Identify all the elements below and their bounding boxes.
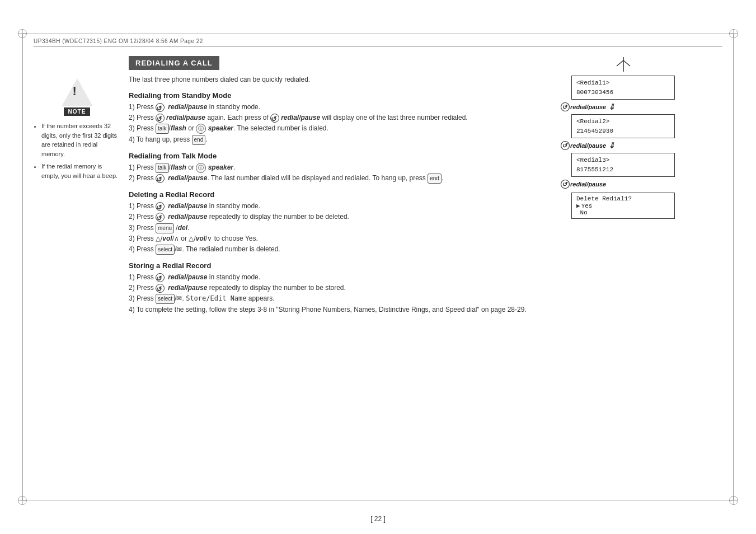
subsection-delete-title: Deleting a Redial Record	[129, 190, 538, 199]
redial-row-1: ↺ redial/pause ⇓	[560, 102, 722, 112]
step-delete-2: 2) Press ↺ redial/pause repeatedly to di…	[129, 212, 538, 222]
screen1-line1: <Redial1>	[576, 78, 670, 88]
step-store-1: 1) Press ↺ redial/pause in standby mode.	[129, 272, 538, 283]
subsection-talk-steps: 1) Press talk/flash or ⓘ speaker. 2) Pre…	[129, 162, 538, 184]
step-delete-3a: 3) Press menu /del.	[129, 223, 538, 233]
talk-button-inline: talk	[156, 124, 169, 134]
redial-pause-icon-2: ↺	[156, 114, 165, 123]
phone-screen-2: <Redial2> 2145452930	[571, 114, 675, 138]
note-label: NOTE	[64, 107, 91, 116]
note-text: If the number exceeds 32 digits, only th…	[34, 121, 120, 180]
redial-svg-1: ↺	[560, 102, 570, 112]
subsection-delete: Deleting a Redial Record 1) Press ↺ redi…	[129, 190, 538, 255]
crosshair-bottom-right	[729, 496, 738, 505]
phone-screen-1: <Redial1> 8007303456	[571, 76, 675, 100]
step-delete-1: 1) Press ↺ redial/pause in standby mode.	[129, 201, 538, 212]
page-number: [ 22 ]	[370, 515, 386, 523]
screen1-line2: 8007303456	[576, 88, 670, 97]
redial-row-2: ↺ redial/pause ⇓	[560, 140, 722, 151]
subsection-delete-steps: 1) Press ↺ redial/pause in standby mode.…	[129, 201, 538, 255]
arrow-down-1: ⇓	[608, 102, 615, 111]
subsection-standby-steps: 1) Press ↺ redial/pause in standby mode.…	[129, 102, 538, 145]
screen2-line1: <Redial2>	[576, 117, 670, 127]
section-title: REDIALING A CALL	[129, 56, 219, 70]
exclamation-icon: !	[73, 84, 77, 99]
redial-svg-3: ↺	[560, 179, 570, 189]
step-delete-3b: 3) Press △/vol/∧ or △/vol/∨ to choose Ye…	[129, 233, 538, 244]
step-delete-4: 4) Press select/✉. The redialed number i…	[129, 244, 538, 255]
border-left	[22, 34, 23, 500]
redial-label-1: redial/pause	[570, 104, 606, 110]
antenna-svg	[612, 56, 635, 73]
redial-pause-icon-4: ↺	[156, 174, 165, 183]
redial-svg-2: ↺	[560, 140, 570, 151]
crosshair-bottom-left	[18, 496, 27, 505]
step-store-3: 3) Press select/✉. Store/Edit Name appea…	[129, 293, 538, 304]
redial-pause-icon-5: ↺	[156, 202, 165, 211]
step-standby-2: 2) Press ↺redial/pause again. Each press…	[129, 113, 538, 123]
subsection-store-steps: 1) Press ↺ redial/pause in standby mode.…	[129, 272, 538, 315]
end-button-inline-2: end	[428, 174, 442, 184]
end-button-inline-1: end	[192, 135, 206, 145]
step-standby-3: 3) Press talk/flash or ⓘ speaker. The se…	[129, 123, 538, 134]
step-talk-2: 2) Press ↺ redial/pause. The last number…	[129, 173, 538, 184]
subsection-standby-title: Redialing from Standby Mode	[129, 91, 538, 100]
svg-text:↺: ↺	[562, 104, 568, 110]
delete-line2: ▶Yes	[576, 202, 670, 209]
arrow-down-2: ⇓	[608, 141, 615, 150]
svg-text:↺: ↺	[562, 181, 568, 188]
note-bullet-1: If the number exceeds 32 digits, only th…	[41, 121, 120, 158]
redial-label-2: redial/pause	[570, 142, 606, 149]
note-bullet-2: If the redial memory is empty, you will …	[41, 162, 120, 180]
step-store-4: 4) To complete the setting, follow the s…	[129, 305, 538, 315]
screen2-line2: 2145452930	[576, 127, 670, 136]
phone-screen-3: <Redial3> 8175551212	[571, 153, 675, 177]
note-area: ! NOTE If the number exceeds 32 digits, …	[34, 78, 120, 184]
subsection-talk-title: Redialing from Talk Mode	[129, 152, 538, 160]
step-talk-1: 1) Press talk/flash or ⓘ speaker.	[129, 162, 538, 173]
subsection-store-title: Storing a Redial Record	[129, 261, 538, 270]
subsection-talk: Redialing from Talk Mode 1) Press talk/f…	[129, 152, 538, 184]
redial-pause-icon-6: ↺	[156, 213, 165, 222]
note-bullets: If the number exceeds 32 digits, only th…	[34, 121, 120, 180]
border-right	[733, 34, 734, 500]
redial-pause-icon-3: ↺	[270, 114, 279, 123]
border-bottom	[22, 500, 734, 500]
arrow-right-icon: ▶	[576, 203, 580, 209]
speaker-button-inline-1: ⓘ	[196, 124, 206, 134]
screen3-line2: 8175551212	[576, 165, 670, 175]
select-button-inline-2: select	[156, 294, 175, 304]
note-triangle: !	[62, 78, 93, 106]
intro-text: The last three phone numbers dialed can …	[129, 76, 538, 83]
redial-row-3: ↺ redial/pause	[560, 179, 722, 189]
speaker-button-inline-2: ⓘ	[196, 163, 206, 173]
svg-line-1	[617, 60, 623, 66]
step-standby-1: 1) Press ↺ redial/pause in standby mode.	[129, 102, 538, 113]
diagram-area: <Redial1> 8007303456 ↺ redial/pause ⇓ <R…	[549, 56, 722, 219]
redial-pause-icon-1: ↺	[156, 103, 165, 112]
redial-label-3: redial/pause	[570, 181, 606, 188]
header: UP334BH (WDECT2315) ENG OM 12/28/04 8:56…	[34, 38, 722, 47]
subsection-store: Storing a Redial Record 1) Press ↺ redia…	[129, 261, 538, 315]
note-icon: ! NOTE	[34, 78, 120, 116]
svg-text:↺: ↺	[562, 142, 568, 149]
main-content: ! NOTE If the number exceeds 32 digits, …	[34, 56, 722, 489]
subsection-standby: Redialing from Standby Mode 1) Press ↺ r…	[129, 91, 538, 145]
menu-button-inline: menu	[156, 223, 174, 233]
step-store-2: 2) Press ↺ redial/pause repeatedly to di…	[129, 283, 538, 293]
delete-screen: Delete Redial1? ▶Yes No	[571, 193, 675, 219]
screen3-line1: <Redial3>	[576, 156, 670, 165]
delete-line3: No	[576, 209, 670, 216]
talk-button-inline-2: talk	[156, 163, 169, 173]
svg-line-2	[623, 60, 630, 66]
content-area: REDIALING A CALL The last three phone nu…	[129, 56, 538, 322]
redial-pause-icon-8: ↺	[156, 284, 165, 293]
step-standby-4: 4) To hang up, press end.	[129, 134, 538, 145]
crosshair-top-right	[729, 29, 738, 38]
header-text: UP334BH (WDECT2315) ENG OM 12/28/04 8:56…	[34, 38, 203, 44]
antenna-icon	[571, 56, 675, 74]
crosshair-top-left	[18, 29, 27, 38]
border-top	[22, 34, 734, 34]
delete-line1: Delete Redial1?	[576, 195, 670, 202]
select-button-inline-1: select	[156, 245, 175, 255]
